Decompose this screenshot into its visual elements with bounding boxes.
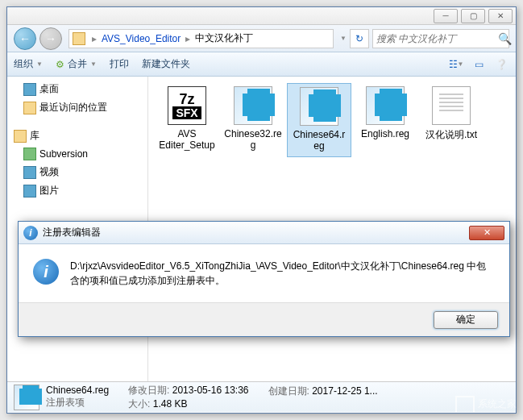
dialog-message: D:\rjxz\AvsvideoEditor_V6.5_XiTongZhiJia… [70, 259, 495, 288]
search-input[interactable] [376, 33, 498, 44]
help-button[interactable]: ❔ [493, 56, 509, 73]
folder-icon [73, 32, 85, 45]
view-menu[interactable]: ☷ [448, 56, 464, 73]
file-item[interactable]: 7zSFX AVS Editer_Setup.exe [155, 83, 219, 157]
sidebar-libraries[interactable]: 库 [7, 127, 147, 145]
dialog-close-button[interactable]: ✕ [469, 226, 504, 240]
dialog-title: 注册表编辑器 [43, 226, 101, 239]
status-size: 1.48 KB [153, 398, 188, 410]
refresh-button[interactable]: ↻ [350, 29, 369, 48]
breadcrumb-item1[interactable]: AVS_Video_Editor [100, 33, 182, 44]
file-item[interactable]: Chinese32.reg [221, 83, 285, 157]
dialog-titlebar: i 注册表编辑器 ✕ [19, 222, 509, 244]
close-button[interactable]: ✕ [488, 9, 513, 23]
back-button[interactable]: ← [14, 27, 36, 50]
print-button[interactable]: 打印 [110, 57, 129, 71]
watermark-logo-icon [455, 396, 475, 412]
toolbar: 组织 ⚙ 合并 打印 新建文件夹 ☷ ▭ ❔ [7, 52, 516, 77]
sidebar-subversion[interactable]: Subversion [7, 145, 147, 163]
watermark: 系统之家 [455, 396, 517, 412]
status-filename: Chinese64.reg [46, 385, 109, 396]
reg-file-icon [366, 86, 405, 125]
sidebar-recent[interactable]: 最近访问的位置 [7, 98, 147, 117]
maximize-button[interactable]: ▢ [461, 9, 485, 23]
merge-menu[interactable]: ⚙ 合并 [56, 57, 97, 71]
preview-pane-button[interactable]: ▭ [471, 56, 487, 73]
titlebar: ─ ▢ ✕ [7, 7, 516, 25]
explorer-window: ─ ▢ ✕ ← → ▸ AVS_Video_Editor ▸ 中文汉化补丁 ▼ … [6, 6, 517, 414]
status-created: 2017-12-25 1... [312, 385, 377, 397]
reg-file-icon [234, 86, 272, 125]
organize-menu[interactable]: 组织 [14, 57, 43, 71]
file-item-selected[interactable]: Chinese64.reg [287, 83, 351, 157]
status-preview-icon [14, 385, 39, 410]
sidebar-desktop[interactable]: 桌面 [7, 80, 147, 98]
sevenzip-sfx-icon: 7zSFX [168, 86, 206, 125]
sidebar-videos[interactable]: 视频 [7, 163, 147, 181]
info-icon: i [33, 259, 59, 285]
address-bar: ← → ▸ AVS_Video_Editor ▸ 中文汉化补丁 ▼ ↻ 🔍 [7, 25, 516, 52]
file-item[interactable]: English.reg [353, 83, 417, 157]
forward-button[interactable]: → [39, 27, 62, 50]
reg-file-icon [300, 87, 338, 126]
new-folder-button[interactable]: 新建文件夹 [142, 57, 190, 71]
search-box[interactable]: 🔍 [372, 29, 509, 48]
file-item[interactable]: 汉化说明.txt [419, 83, 484, 157]
breadcrumb[interactable]: ▸ AVS_Video_Editor ▸ 中文汉化补丁 [68, 29, 334, 48]
text-file-icon [432, 86, 471, 125]
search-icon[interactable]: 🔍 [498, 32, 512, 45]
ok-button[interactable]: 确定 [434, 311, 498, 329]
breadcrumb-item2[interactable]: 中文汉化补丁 [193, 31, 255, 45]
sidebar-pictures[interactable]: 图片 [7, 181, 147, 200]
minimize-button[interactable]: ─ [434, 9, 458, 23]
status-modified: 2013-05-16 13:36 [172, 385, 249, 396]
status-bar: Chinese64.reg 注册表项 修改日期: 2013-05-16 13:3… [7, 381, 516, 412]
registry-dialog: i 注册表编辑器 ✕ i D:\rjxz\AvsvideoEditor_V6.5… [18, 221, 510, 337]
info-icon: i [23, 226, 38, 240]
status-type: 注册表项 [46, 396, 85, 410]
